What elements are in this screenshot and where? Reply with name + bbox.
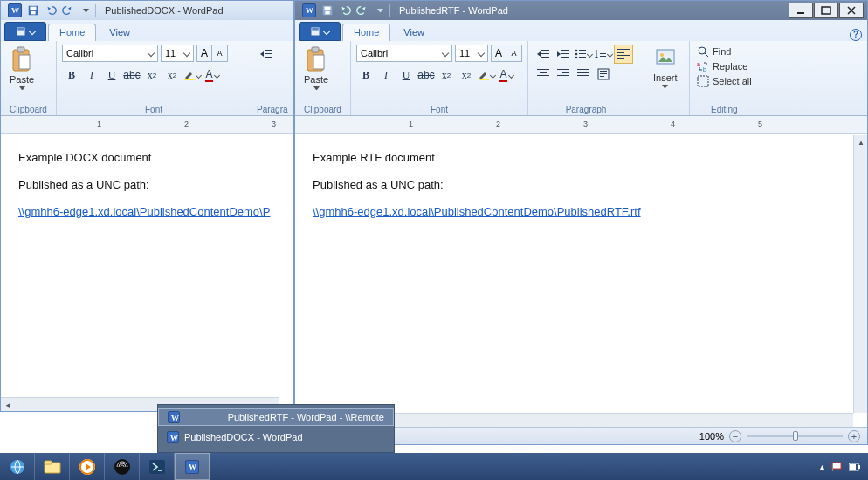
superscript-button[interactable]: x2 — [162, 65, 182, 85]
svg-rect-16 — [797, 12, 804, 14]
undo-icon[interactable] — [339, 4, 351, 17]
document-area[interactable]: Example DOCX document Published as a UNC… — [1, 135, 293, 394]
redo-icon[interactable] — [62, 4, 74, 17]
font-name-select[interactable]: Calibri — [356, 45, 452, 62]
undo-icon[interactable] — [45, 4, 57, 17]
taskbar-wordpad-button[interactable] — [175, 453, 210, 480]
font-name-select[interactable]: Calibri — [62, 45, 158, 62]
font-color-button[interactable]: A — [203, 65, 222, 85]
align-justify-button[interactable] — [574, 65, 593, 84]
doc-line: Published as a UNC path: — [18, 178, 276, 191]
close-button[interactable] — [839, 3, 864, 18]
maximize-button[interactable] — [814, 3, 838, 18]
zoom-out-button[interactable]: − — [729, 430, 741, 442]
align-left-button[interactable] — [614, 45, 633, 64]
indent-inc-button[interactable] — [554, 45, 573, 64]
superscript-button[interactable]: x2 — [457, 65, 476, 85]
bold-button[interactable]: B — [62, 65, 81, 85]
tab-home[interactable]: Home — [48, 24, 96, 41]
tray-battery-icon[interactable] — [849, 463, 861, 471]
save-icon[interactable] — [321, 4, 334, 17]
save-icon[interactable] — [27, 4, 39, 17]
italic-button[interactable]: I — [82, 65, 101, 85]
svg-rect-1 — [31, 7, 37, 10]
subscript-button[interactable]: x2 — [437, 65, 456, 85]
minimize-button[interactable] — [789, 3, 813, 18]
svg-rect-10 — [265, 50, 272, 51]
taskbar-ie-icon[interactable] — [0, 453, 35, 480]
paste-button[interactable]: Paste — [6, 45, 38, 92]
vscroll[interactable]: ▲ — [853, 135, 867, 413]
tab-home[interactable]: Home — [342, 24, 390, 41]
file-menu-button[interactable] — [299, 22, 341, 41]
document-area[interactable]: Example RTF document Published as a UNC … — [295, 135, 853, 413]
doc-link[interactable]: \\gmhh6-edge1.xd.local\PublishedContentD… — [313, 205, 641, 218]
underline-button[interactable]: U — [102, 65, 121, 85]
tray-up-icon[interactable]: ▴ — [820, 462, 824, 471]
indent-dec-button[interactable] — [257, 45, 276, 64]
bold-button[interactable]: B — [356, 65, 375, 85]
tab-view[interactable]: View — [392, 24, 436, 41]
doc-line: Example DOCX document — [18, 151, 276, 164]
taskbar-media-icon[interactable] — [70, 453, 105, 480]
align-right-button[interactable] — [554, 65, 573, 84]
doc-line: Published as a UNC path: — [313, 178, 836, 191]
zoom-slider[interactable] — [747, 435, 843, 437]
taskbar-explorer-icon[interactable] — [35, 453, 70, 480]
strike-button[interactable]: abc — [122, 65, 141, 85]
font-size-select[interactable]: 11 — [455, 45, 488, 62]
highlight-button[interactable] — [183, 65, 202, 85]
font-grow-shrink[interactable]: AA — [491, 45, 522, 62]
taskbar-powershell-icon[interactable] — [140, 453, 175, 480]
underline-button[interactable]: U — [396, 65, 416, 85]
taskbar: ▴ — [0, 453, 868, 480]
qat-dropdown-icon[interactable] — [79, 4, 92, 17]
svg-rect-15 — [325, 11, 329, 15]
tray-flag-icon[interactable] — [831, 462, 842, 472]
file-menu-button[interactable] — [4, 22, 46, 41]
align-center-button[interactable] — [534, 65, 553, 84]
ruler[interactable]: 1 2 3 4 5 — [295, 116, 867, 134]
line-spacing-button[interactable] — [594, 45, 613, 64]
find-button[interactable]: Find — [695, 45, 754, 58]
font-color-button[interactable]: A — [497, 65, 516, 85]
svg-rect-26 — [541, 53, 549, 54]
paste-button[interactable]: Paste — [300, 45, 332, 92]
bullets-button[interactable] — [574, 45, 593, 64]
svg-text:b: b — [703, 66, 706, 72]
svg-rect-59 — [832, 463, 833, 471]
help-icon[interactable]: ? — [850, 29, 862, 41]
paragraph-dialog-button[interactable] — [594, 65, 613, 84]
zoom-in-button[interactable]: + — [848, 430, 860, 442]
taskbar-app-icon[interactable] — [105, 453, 140, 480]
switcher-item[interactable]: PublishedRTF - WordPad - \\Remote — [158, 408, 394, 426]
font-size-select[interactable]: 11 — [161, 45, 194, 62]
svg-rect-20 — [312, 31, 319, 32]
strike-button[interactable]: abc — [417, 65, 436, 85]
ruler[interactable]: 1 2 3 — [1, 116, 293, 134]
subscript-button[interactable]: x2 — [142, 65, 162, 85]
svg-rect-17 — [822, 7, 830, 14]
svg-rect-42 — [600, 71, 607, 72]
italic-button[interactable]: I — [376, 65, 396, 85]
svg-rect-43 — [600, 73, 607, 74]
doc-link[interactable]: \\gmhh6-edge1.xd.local\PublishedContentD… — [18, 205, 270, 218]
insert-button[interactable]: Insert — [650, 45, 681, 90]
highlight-button[interactable] — [477, 65, 496, 85]
titlebar-right[interactable]: PublishedRTF - WordPad — [295, 1, 867, 20]
redo-icon[interactable] — [356, 4, 369, 17]
group-clipboard: Clipboard — [300, 105, 345, 114]
select-all-button[interactable]: Select all — [695, 74, 754, 88]
svg-rect-29 — [561, 53, 569, 54]
switcher-item[interactable]: PublishedDOCX - WordPad — [158, 426, 394, 449]
tab-view[interactable]: View — [98, 24, 141, 41]
titlebar-left[interactable]: PublishedDOCX - WordPad — [1, 1, 293, 20]
svg-rect-39 — [600, 53, 606, 54]
indent-dec-button[interactable] — [534, 45, 553, 64]
svg-rect-5 — [17, 31, 24, 32]
doc-line: Example RTF document — [313, 151, 836, 164]
replace-button[interactable]: abReplace — [695, 59, 754, 73]
font-grow-shrink[interactable]: A A — [196, 45, 228, 62]
qat-dropdown-icon[interactable] — [374, 4, 386, 17]
system-tray[interactable]: ▴ — [820, 462, 868, 472]
